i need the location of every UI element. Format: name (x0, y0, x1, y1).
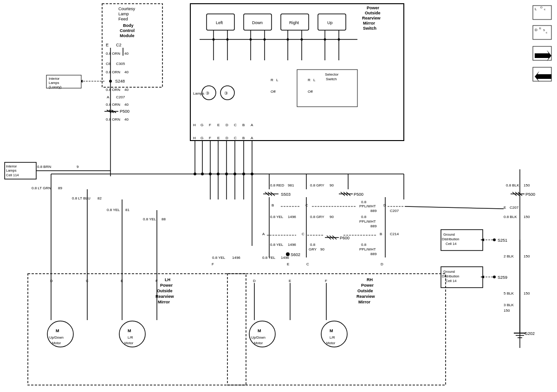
svg-point-121 (233, 173, 236, 175)
svg-text:Mirror: Mirror (158, 300, 170, 304)
svg-text:PPL/WHT: PPL/WHT (359, 219, 376, 224)
svg-point-69 (213, 39, 215, 41)
svg-text:c: c (546, 31, 547, 34)
svg-text:E: E (539, 27, 541, 30)
svg-text:Left: Left (216, 20, 223, 25)
svg-point-118 (209, 173, 212, 175)
svg-text:S251: S251 (498, 238, 507, 243)
svg-text:A: A (251, 123, 253, 127)
svg-text:M: M (258, 328, 261, 333)
svg-text:C: C (234, 136, 237, 140)
svg-text:1496: 1496 (232, 256, 240, 260)
svg-text:Body: Body (123, 23, 134, 28)
svg-text:9: 9 (77, 165, 79, 169)
svg-text:0.8 YEL: 0.8 YEL (262, 256, 276, 260)
svg-text:0.8 YEL: 0.8 YEL (270, 243, 284, 247)
svg-text:Rearview: Rearview (356, 294, 376, 299)
svg-text:Cell 14: Cell 14 (446, 279, 456, 283)
svg-text:B: B (242, 136, 245, 140)
svg-text:c: c (544, 8, 545, 11)
svg-text:2 BLK: 2 BLK (504, 254, 514, 258)
svg-text:③: ③ (206, 91, 209, 96)
svg-point-120 (225, 173, 228, 175)
svg-text:0.8 LT BLU: 0.8 LT BLU (72, 196, 91, 200)
svg-text:A: A (262, 232, 265, 236)
svg-text:1496: 1496 (288, 215, 296, 219)
svg-point-72 (264, 39, 266, 41)
svg-text:0.8: 0.8 (361, 215, 367, 219)
svg-point-70 (227, 39, 229, 41)
svg-text:Power: Power (367, 6, 380, 10)
svg-text:C2: C2 (116, 43, 122, 47)
svg-text:0.8: 0.8 (310, 243, 316, 247)
svg-text:0.8 YEL: 0.8 YEL (212, 256, 226, 260)
svg-text:G202: G202 (525, 331, 535, 336)
svg-text:Switch: Switch (326, 77, 337, 81)
svg-text:Power: Power (160, 283, 173, 288)
svg-text:0.8 ORN: 0.8 ORN (106, 117, 120, 122)
svg-text:Motor: Motor (52, 341, 61, 345)
svg-text:Lamps: Lamps (49, 81, 59, 85)
svg-text:Feed: Feed (118, 17, 128, 21)
svg-text:0.8 BRN: 0.8 BRN (37, 165, 51, 169)
svg-text:Power: Power (361, 283, 374, 288)
svg-text:0.8 GRY: 0.8 GRY (310, 215, 324, 219)
svg-text:C: C (302, 232, 304, 236)
svg-text:P500: P500 (525, 192, 535, 197)
svg-text:0.8 BLK: 0.8 BLK (504, 215, 517, 219)
svg-text:M: M (330, 328, 333, 333)
svg-text:Rearview: Rearview (155, 294, 175, 299)
svg-text:Switch: Switch (363, 26, 376, 31)
svg-marker-300 (535, 71, 551, 82)
svg-text:889: 889 (370, 252, 377, 256)
svg-text:C207: C207 (116, 95, 125, 99)
svg-text:L/R: L/R (330, 335, 335, 340)
svg-text:D: D (253, 279, 256, 283)
svg-text:0.8 GRY: 0.8 GRY (310, 183, 324, 187)
svg-text:Mirror: Mirror (363, 21, 376, 26)
svg-text:G: G (201, 123, 203, 127)
svg-text:G: G (201, 136, 203, 140)
svg-text:Lamps: Lamps (193, 91, 204, 96)
svg-text:Distribution: Distribution (442, 237, 460, 241)
svg-text:F: F (325, 279, 327, 283)
svg-point-75 (324, 39, 326, 41)
svg-line-165 (405, 206, 504, 209)
svg-marker-298 (535, 50, 551, 61)
svg-text:0.8 ORN: 0.8 ORN (106, 103, 120, 107)
svg-text:981: 981 (288, 183, 294, 187)
svg-text:E: E (106, 43, 109, 47)
svg-text:0.8: 0.8 (361, 243, 367, 247)
svg-text:88: 88 (162, 217, 166, 221)
svg-text:90: 90 (330, 183, 334, 187)
svg-text:D: D (226, 123, 228, 127)
svg-text:5 BLK: 5 BLK (504, 291, 514, 296)
svg-text:Cell 114: Cell 114 (6, 173, 19, 177)
svg-text:0.8 ORN: 0.8 ORN (106, 51, 120, 56)
svg-text:Off: Off (271, 90, 276, 94)
svg-text:C207: C207 (390, 209, 399, 213)
svg-text:E: E (289, 279, 291, 283)
svg-text:PPL/WHT: PPL/WHT (359, 204, 376, 208)
svg-text:GRY: GRY (309, 247, 317, 251)
svg-point-122 (242, 173, 245, 175)
svg-text:M: M (128, 328, 131, 333)
svg-text:Rearview: Rearview (362, 16, 381, 20)
svg-point-71 (250, 39, 252, 41)
svg-text:C: C (306, 262, 309, 266)
svg-text:Outside: Outside (157, 289, 173, 293)
svg-text:D: D (535, 28, 538, 32)
svg-text:150: 150 (524, 183, 530, 187)
svg-text:Interior: Interior (49, 77, 60, 81)
svg-text:B: B (242, 123, 245, 127)
svg-text:150: 150 (504, 308, 510, 313)
svg-text:90: 90 (330, 215, 334, 219)
svg-text:E: E (217, 123, 220, 127)
svg-point-74 (301, 39, 303, 41)
svg-text:R: R (271, 78, 273, 82)
svg-text:F: F (212, 262, 214, 266)
svg-rect-0 (102, 4, 162, 87)
svg-text:0.8 ORN: 0.8 ORN (106, 70, 120, 74)
svg-text:40: 40 (124, 51, 129, 56)
svg-point-73 (287, 39, 289, 41)
